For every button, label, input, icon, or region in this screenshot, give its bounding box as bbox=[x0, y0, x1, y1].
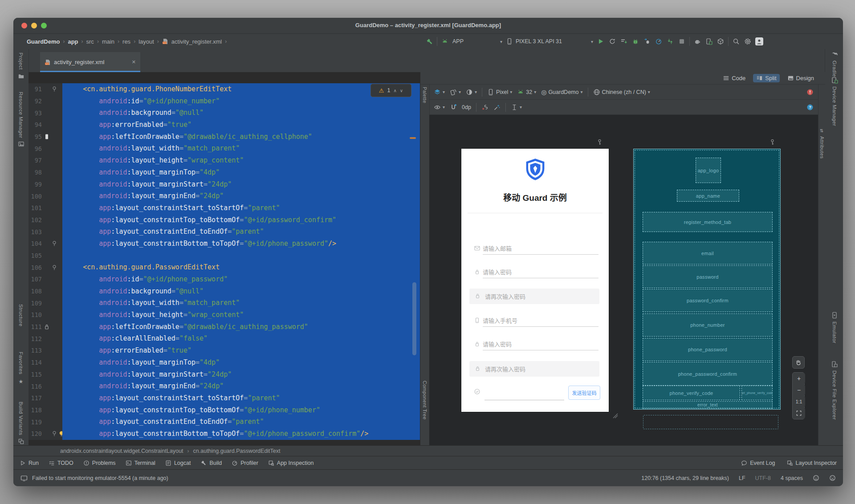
mode-split-button[interactable]: Split bbox=[753, 74, 779, 82]
breadcrumb-item[interactable]: main bbox=[102, 38, 114, 45]
default-margin-selector[interactable]: 0dp bbox=[462, 104, 471, 110]
code-text[interactable]: app:clearAllEnabled="false" bbox=[62, 333, 420, 345]
clear-constraints-icon[interactable] bbox=[481, 104, 489, 111]
code-text[interactable]: android:id="@+id/phone_number" bbox=[62, 95, 420, 107]
blueprint-view-register_method_tab[interactable]: register_method_tab bbox=[643, 212, 773, 232]
input-field-3[interactable]: 请输入手机号 bbox=[474, 314, 598, 326]
tool-window-button-run[interactable]: Run bbox=[20, 460, 39, 466]
blueprint-view-app_name[interactable]: app_name bbox=[677, 190, 739, 202]
input-field-4[interactable]: 请输入密码 bbox=[474, 338, 598, 350]
caret-position[interactable]: 120:76 (1354 chars, 29 line breaks) bbox=[641, 475, 729, 481]
editor-gutter[interactable]: 91 bbox=[28, 83, 62, 95]
code-text[interactable]: android:layout_height="wrap_content" bbox=[62, 154, 420, 167]
tool-window-button-problems[interactable]: Problems bbox=[83, 460, 116, 466]
run-config-selector[interactable]: APP▾ bbox=[452, 36, 502, 47]
blueprint-view-phone_password[interactable]: phone_password bbox=[643, 338, 773, 361]
breadcrumb-item[interactable]: GuardDemo bbox=[27, 38, 60, 45]
code-text[interactable]: app:layout_constraintEnd_toEndOf="parent… bbox=[62, 416, 420, 428]
code-text[interactable]: app:errorEnabled="true" bbox=[62, 119, 420, 131]
rerun-icon[interactable] bbox=[608, 37, 616, 45]
prev-warning-icon[interactable]: ∧ bbox=[393, 88, 396, 93]
sidebar-item-gradle[interactable]: Gradle bbox=[825, 51, 843, 77]
rotate-device-icon[interactable] bbox=[450, 89, 457, 96]
breadcrumb-item[interactable]: src bbox=[86, 38, 94, 45]
blueprint-view-error_text[interactable]: error_text bbox=[643, 401, 773, 409]
locale-selector[interactable]: Chinese (zh / CN)▾ bbox=[593, 89, 650, 96]
input-field-0[interactable]: 请输入邮箱 bbox=[474, 242, 598, 254]
next-warning-icon[interactable]: ∨ bbox=[400, 88, 403, 93]
run-icon[interactable] bbox=[597, 37, 605, 45]
code-text[interactable]: app:layout_constraintTop_toBottomOf="@+i… bbox=[62, 214, 420, 226]
code-text[interactable]: android:id="@+id/phone_password" bbox=[62, 273, 420, 285]
blueprint-view-phone_verify_code[interactable]: phone_verify_code bbox=[643, 386, 740, 400]
editor-gutter[interactable]: 92 bbox=[28, 95, 62, 107]
file-encoding[interactable]: UTF-8 bbox=[755, 475, 771, 481]
debug-icon[interactable] bbox=[631, 37, 639, 45]
error-circle-icon[interactable] bbox=[806, 89, 814, 96]
tool-window-button-build[interactable]: Build bbox=[200, 460, 222, 466]
frown-icon[interactable] bbox=[829, 475, 836, 481]
editor-gutter[interactable]: 101 bbox=[28, 202, 62, 214]
editor-gutter[interactable]: 107 bbox=[28, 273, 62, 285]
tool-window-button-todo[interactable]: TODO bbox=[49, 460, 73, 466]
sidebar-item-resource-manager[interactable]: Resource Manager bbox=[13, 92, 28, 147]
code-text[interactable]: app:layout_constraintStart_toStartOf="pa… bbox=[62, 392, 420, 404]
editor-gutter[interactable]: 99 bbox=[28, 179, 62, 191]
code-text[interactable]: app:leftIconDrawable="@drawable/ic_authi… bbox=[62, 321, 420, 333]
code-text[interactable]: android:layout_marginStart="24dp" bbox=[62, 179, 420, 191]
editor-gutter[interactable]: 117 bbox=[28, 392, 62, 404]
editor-gutter[interactable]: 103 bbox=[28, 226, 62, 238]
search-icon[interactable] bbox=[732, 37, 740, 45]
theme-icon[interactable] bbox=[466, 89, 473, 96]
zoom-out-button[interactable]: − bbox=[793, 384, 805, 396]
code-text[interactable]: app:errorEnabled="true" bbox=[62, 345, 420, 357]
blueprint-preview[interactable]: app_logoapp_nameregister_method_tabemail… bbox=[633, 149, 781, 410]
smile-icon[interactable] bbox=[813, 475, 819, 481]
blueprint-view-get_phone_verify_code[interactable]: get_phone_verify_code bbox=[741, 386, 773, 400]
magnet-icon[interactable] bbox=[450, 104, 457, 111]
code-text[interactable] bbox=[62, 250, 420, 262]
verify-code-row[interactable]: 发送验证码 bbox=[474, 385, 600, 400]
code-text[interactable]: app:leftIconDrawable="@drawable/ic_authi… bbox=[62, 131, 420, 143]
tool-window-button-app-inspection[interactable]: App Inspection bbox=[268, 460, 314, 466]
target-device-selector[interactable]: PIXEL 3 XL API 31▾ bbox=[506, 36, 593, 47]
editor-gutter[interactable]: 98 bbox=[28, 167, 62, 179]
editor-gutter[interactable]: 118 bbox=[28, 404, 62, 416]
code-text[interactable]: app:layout_constraintBottom_toTopOf="@+i… bbox=[62, 428, 420, 440]
code-text[interactable]: android:layout_marginEnd="24dp" bbox=[62, 190, 420, 202]
sidebar-item-build-variants[interactable]: Build Variants bbox=[13, 402, 28, 445]
sync-project-icon[interactable] bbox=[693, 37, 701, 45]
editor-gutter[interactable]: 115 bbox=[28, 369, 62, 381]
api-selector[interactable]: 32▾ bbox=[517, 89, 536, 96]
editor-gutter[interactable]: 120 bbox=[28, 428, 62, 440]
editor-gutter[interactable]: 119 bbox=[28, 416, 62, 428]
code-text[interactable]: android:layout_marginStart="24dp" bbox=[62, 369, 420, 381]
theme-selector[interactable]: ◎GuardDemo▾ bbox=[541, 89, 582, 96]
xml-breadcrumb-item[interactable]: androidx.constraintlayout.widget.Constra… bbox=[60, 448, 183, 454]
blueprint-view-app_logo[interactable]: app_logo bbox=[696, 158, 721, 183]
code-text[interactable]: android:layout_marginTop="4dp" bbox=[62, 167, 420, 179]
send-verify-code-button[interactable]: 发送验证码 bbox=[568, 386, 600, 400]
tool-window-button-layout-inspector[interactable]: Layout Inspector bbox=[787, 460, 837, 466]
avd-manager-icon[interactable] bbox=[717, 37, 725, 45]
editor-gutter[interactable]: 110 bbox=[28, 309, 62, 321]
apply-changes-icon[interactable] bbox=[620, 37, 628, 45]
code-text[interactable]: android:background="@null" bbox=[62, 285, 420, 297]
blueprint-view-password_confirm[interactable]: password_confirm bbox=[643, 289, 773, 312]
editor-gutter[interactable]: 100 bbox=[28, 190, 62, 202]
blueprint-view-password[interactable]: password bbox=[643, 265, 773, 288]
breadcrumb-item[interactable]: res bbox=[122, 38, 130, 45]
profiler-icon[interactable] bbox=[655, 37, 663, 45]
attributes-tab[interactable]: Attributes bbox=[819, 136, 825, 159]
code-text[interactable]: <cn.authing.guard.PasswordEditText bbox=[62, 261, 420, 273]
tool-window-button-profiler[interactable]: Profiler bbox=[232, 460, 258, 466]
editor-gutter[interactable]: 106 bbox=[28, 261, 62, 273]
code-text[interactable]: android:layout_marginEnd="24dp" bbox=[62, 380, 420, 392]
code-text[interactable]: android:layout_width="match_parent" bbox=[62, 142, 420, 154]
code-text[interactable]: app:layout_constraintTop_toBottomOf="@+i… bbox=[62, 404, 420, 416]
editor-gutter[interactable]: 105 bbox=[28, 250, 62, 262]
editor-gutter[interactable]: 112 bbox=[28, 333, 62, 345]
device-manager-icon[interactable] bbox=[705, 37, 713, 45]
pan-tool-button[interactable] bbox=[792, 356, 805, 369]
avatar-icon[interactable] bbox=[755, 37, 763, 45]
